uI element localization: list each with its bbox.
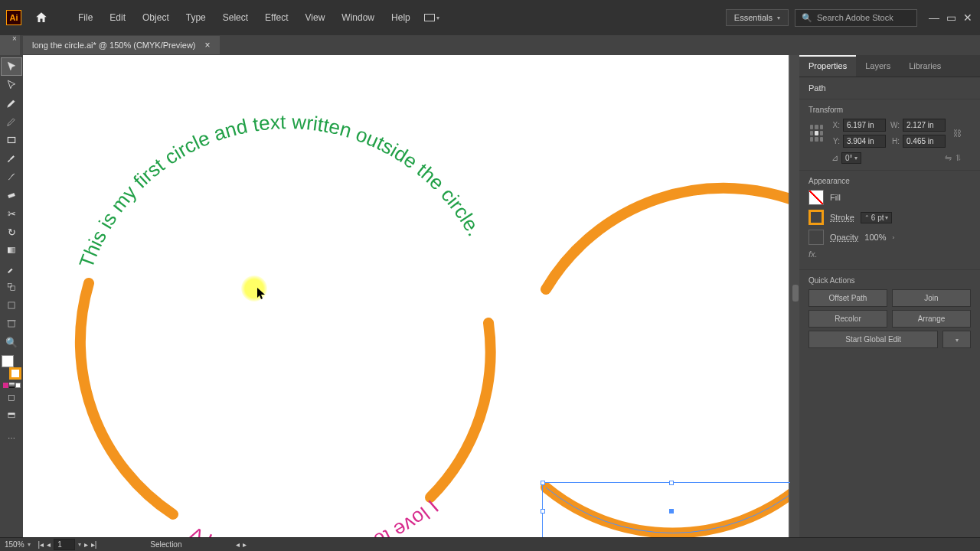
flip-vertical-icon[interactable]: ⥮ <box>955 153 962 163</box>
shaper-tool[interactable] <box>2 168 21 185</box>
cursor-icon <box>257 288 266 303</box>
artboard-next-icon[interactable]: ▸ <box>84 540 88 549</box>
tab-properties[interactable]: Properties <box>799 55 856 77</box>
opacity-swatch[interactable] <box>808 230 824 245</box>
toolbox: ✂ ↻ 🔍 ⋯ <box>0 55 23 537</box>
drawing-mode[interactable] <box>2 390 21 406</box>
close-window-button[interactable]: ✕ <box>962 11 974 24</box>
transform-title: Transform <box>808 106 962 114</box>
tab-layers[interactable]: Layers <box>856 55 900 77</box>
screen-mode[interactable] <box>2 408 21 425</box>
menu-type[interactable]: Type <box>178 9 214 26</box>
rotate-tool[interactable]: ↻ <box>2 223 21 240</box>
opacity-dropdown-icon[interactable]: › <box>892 234 894 241</box>
curvature-tool[interactable] <box>2 113 21 130</box>
color-mode-row[interactable] <box>3 383 21 388</box>
artboard-prev-icon[interactable]: ◂ <box>47 540 51 549</box>
x-input[interactable] <box>843 119 886 132</box>
menu-file[interactable]: File <box>70 9 100 26</box>
sel-handle-w[interactable] <box>541 509 545 514</box>
global-edit-dropdown[interactable]: ▾ <box>942 331 971 348</box>
top-path-text[interactable]: This is my first circle and text written… <box>74 110 486 271</box>
home-icon <box>34 11 48 24</box>
offset-path-button[interactable]: Offset Path <box>808 289 887 307</box>
global-edit-button[interactable]: Start Global Edit <box>808 331 938 348</box>
fx-icon[interactable]: fx. <box>808 249 818 259</box>
search-input[interactable]: 🔍 Search Adobe Stock <box>795 9 917 27</box>
close-tab-icon[interactable]: × <box>205 40 211 51</box>
eraser-tool[interactable] <box>2 187 21 204</box>
direct-selection-tool[interactable] <box>2 77 21 93</box>
selection-bounds[interactable] <box>542 482 799 537</box>
arc-lower-left <box>80 283 173 514</box>
zoom-level[interactable]: 150%▾ <box>5 540 31 549</box>
w-input[interactable] <box>903 119 946 132</box>
sel-handle-nw[interactable] <box>541 481 545 485</box>
workspace-switcher[interactable]: Essentials ▾ <box>726 9 789 26</box>
rectangle-tool[interactable] <box>2 132 21 148</box>
hscroll-left-icon[interactable]: ◂ <box>236 540 240 549</box>
rotate-icon: ⊿ <box>831 153 838 163</box>
flip-horizontal-icon[interactable]: ⇋ <box>945 153 952 163</box>
sel-handle-n[interactable] <box>669 481 674 485</box>
arrange-button[interactable]: Arrange <box>892 310 971 328</box>
tab-libraries[interactable]: Libraries <box>900 55 950 77</box>
canvas-viewport[interactable]: This is my first circle and text written… <box>23 55 799 537</box>
collapse-toolbar-icon[interactable]: × <box>12 34 17 43</box>
current-tool-label[interactable]: Selection <box>150 540 181 549</box>
pen-tool[interactable] <box>2 95 21 112</box>
h-input[interactable] <box>903 135 946 148</box>
paintbrush-tool[interactable] <box>2 150 21 167</box>
opacity-value[interactable]: 100% <box>864 233 886 242</box>
rotate-input[interactable]: 0°▾ <box>841 152 861 164</box>
fill-swatch-panel[interactable] <box>808 190 824 205</box>
free-transform-tool[interactable] <box>2 297 21 314</box>
document-tab[interactable]: long the circle.ai* @ 150% (CMYK/Preview… <box>23 36 220 54</box>
sel-center <box>669 509 674 514</box>
stroke-swatch-panel[interactable] <box>808 210 824 225</box>
menu-object[interactable]: Object <box>135 9 177 26</box>
selection-tool[interactable] <box>2 58 21 75</box>
minimize-button[interactable]: — <box>928 11 940 24</box>
svg-rect-2 <box>8 248 15 253</box>
artboard[interactable]: This is my first circle and text written… <box>23 55 789 537</box>
stroke-swatch[interactable] <box>9 367 21 380</box>
fill-swatch[interactable] <box>2 355 14 367</box>
menu-window[interactable]: Window <box>334 9 382 26</box>
properties-panel: Properties Layers Libraries Path Transfo… <box>799 55 980 537</box>
bottom-path-text[interactable]: I love to watch movies on TV <box>185 495 443 537</box>
h-label: H: <box>889 137 900 145</box>
scissors-tool[interactable]: ✂ <box>2 205 21 222</box>
menu-edit[interactable]: Edit <box>102 9 133 26</box>
menu-help[interactable]: Help <box>384 9 418 26</box>
vertical-scrollbar[interactable] <box>790 55 799 537</box>
edit-toolbar[interactable]: ⋯ <box>8 434 15 442</box>
fill-stroke-control[interactable] <box>2 355 21 380</box>
y-input[interactable] <box>843 135 886 148</box>
stroke-weight-input[interactable]: ⌃6 pt▾ <box>861 212 893 223</box>
lock-aspect-icon[interactable]: ⛓ <box>953 129 962 138</box>
gradient-tool[interactable] <box>2 242 21 259</box>
menu-view[interactable]: View <box>298 9 333 26</box>
w-label: W: <box>889 121 900 129</box>
artboard-last-icon[interactable]: ▸| <box>91 540 97 549</box>
home-button[interactable] <box>31 7 52 28</box>
arrange-documents-button[interactable]: ▾ <box>421 12 443 23</box>
y-label: Y: <box>829 137 840 145</box>
svg-rect-1 <box>8 194 15 198</box>
artboard-tool[interactable] <box>2 315 21 332</box>
menu-select[interactable]: Select <box>215 9 256 26</box>
hscroll-right-icon[interactable]: ▸ <box>243 540 247 549</box>
zoom-tool[interactable]: 🔍 <box>2 334 21 350</box>
recolor-button[interactable]: Recolor <box>808 310 887 328</box>
scale-tool[interactable] <box>2 279 21 295</box>
selection-type-label: Path <box>808 83 971 93</box>
maximize-button[interactable]: ▭ <box>945 11 957 24</box>
artboard-first-icon[interactable]: |◂ <box>38 540 44 549</box>
menu-effect[interactable]: Effect <box>257 9 296 26</box>
eyedropper-tool[interactable] <box>2 260 21 277</box>
artboard-number[interactable]: 1 <box>54 539 75 550</box>
join-button[interactable]: Join <box>892 289 971 307</box>
vertical-scroll-thumb[interactable] <box>792 285 799 302</box>
reference-point[interactable] <box>808 123 825 143</box>
